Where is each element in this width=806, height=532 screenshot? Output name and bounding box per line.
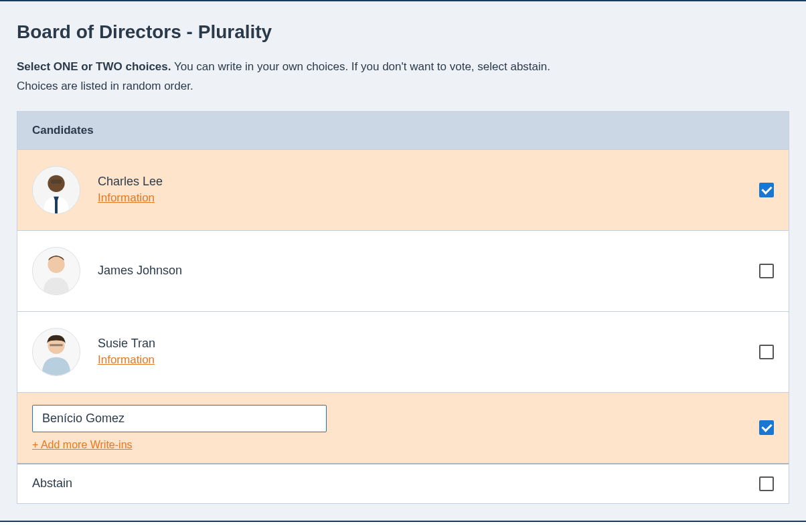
candidate-info: Charles Lee Information [98, 175, 759, 205]
svg-rect-8 [50, 344, 62, 346]
ballot-container: Board of Directors - Plurality Select ON… [0, 0, 806, 522]
avatar [32, 328, 80, 376]
candidate-name: Charles Lee [98, 175, 759, 189]
instructions-bold: Select ONE or TWO choices. [17, 60, 171, 73]
candidates-box: Candidates Charles Lee Information James… [17, 111, 789, 504]
instructions-line2: Choices are listed in random order. [17, 80, 193, 92]
candidate-row[interactable]: Charles Lee Information [17, 150, 789, 231]
instructions-rest: You can write in your own choices. If yo… [171, 60, 550, 73]
candidate-info: Susie Tran Information [98, 337, 759, 367]
candidate-name: Susie Tran [98, 337, 759, 351]
information-link[interactable]: Information [98, 191, 155, 205]
writein-row[interactable]: + Add more Write-ins [17, 393, 789, 464]
candidate-row[interactable]: Susie Tran Information [17, 312, 789, 393]
candidate-checkbox[interactable] [759, 264, 774, 278]
ballot-instructions: Select ONE or TWO choices. You can write… [17, 58, 789, 96]
add-more-writeins-link[interactable]: + Add more Write-ins [32, 439, 133, 451]
svg-rect-2 [51, 179, 62, 183]
avatar [32, 166, 80, 214]
abstain-label: Abstain [32, 476, 759, 491]
ballot-title: Board of Directors - Plurality [17, 21, 789, 43]
candidate-name: James Johnson [98, 264, 759, 278]
writein-checkbox[interactable] [759, 420, 774, 435]
candidate-row[interactable]: James Johnson [17, 231, 789, 312]
writein-left: + Add more Write-ins [32, 405, 759, 451]
information-link[interactable]: Information [98, 353, 155, 367]
candidate-checkbox[interactable] [759, 183, 774, 197]
candidate-checkbox[interactable] [759, 345, 774, 359]
abstain-checkbox[interactable] [759, 476, 774, 491]
abstain-row[interactable]: Abstain [17, 464, 789, 503]
candidate-info: James Johnson [98, 264, 759, 278]
avatar [32, 247, 80, 295]
writein-input[interactable] [32, 405, 327, 432]
svg-rect-3 [55, 200, 58, 213]
candidates-header: Candidates [17, 112, 789, 150]
